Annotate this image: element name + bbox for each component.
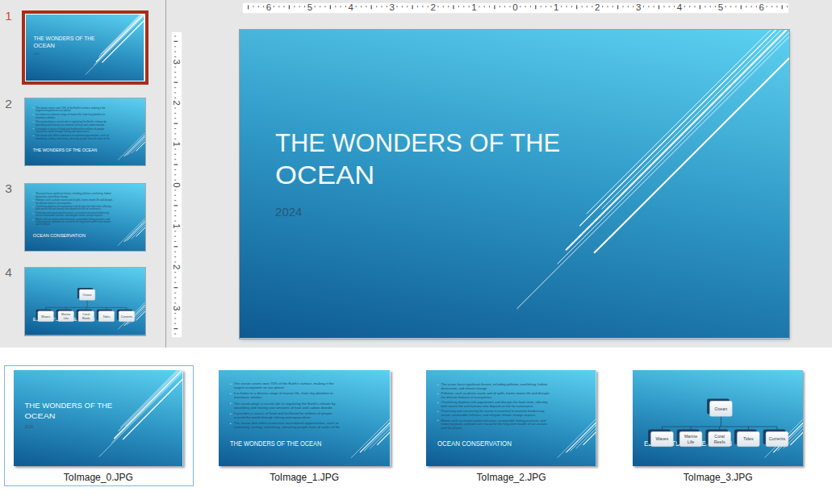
svg-text:5: 5 — [307, 2, 312, 12]
svg-text:1: 1 — [172, 141, 182, 146]
svg-text:1: 1 — [471, 2, 476, 12]
svg-text:2: 2 — [172, 100, 182, 105]
svg-text:0: 0 — [172, 182, 182, 187]
svg-text:3: 3 — [636, 2, 641, 12]
svg-text:4: 4 — [677, 2, 683, 12]
svg-text:1: 1 — [172, 223, 182, 228]
svg-text:6: 6 — [266, 2, 271, 12]
svg-text:2: 2 — [430, 2, 435, 12]
svg-text:2: 2 — [172, 264, 182, 269]
svg-text:0: 0 — [512, 2, 517, 12]
svg-text:4: 4 — [349, 2, 354, 12]
svg-text:6: 6 — [759, 2, 764, 12]
svg-text:1: 1 — [554, 2, 558, 12]
svg-text:3: 3 — [172, 59, 182, 64]
svg-text:2: 2 — [595, 2, 600, 12]
svg-text:3: 3 — [389, 2, 394, 12]
svg-text:5: 5 — [718, 2, 723, 12]
svg-text:3: 3 — [172, 305, 182, 310]
